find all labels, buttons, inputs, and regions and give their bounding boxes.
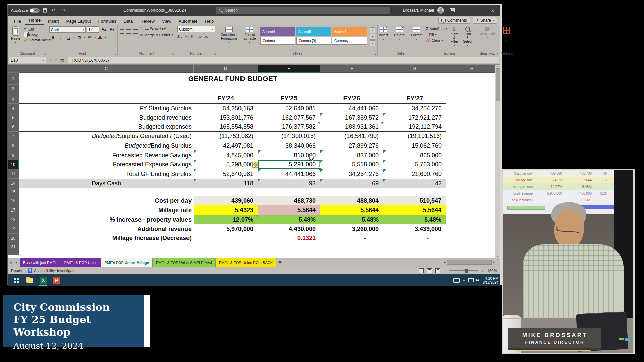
clipboard-dialog-launcher[interactable]: ↘	[44, 52, 46, 55]
row-header-3[interactable]: 3	[8, 93, 19, 104]
cell-H6[interactable]	[446, 122, 497, 132]
align-top-icon[interactable]	[120, 27, 124, 30]
align-right-icon[interactable]	[133, 33, 138, 36]
enter-icon[interactable]: ✓	[54, 58, 58, 63]
font-color-button[interactable]: A	[97, 34, 104, 41]
cell-F18[interactable]: 5.48%	[320, 215, 383, 224]
styles-dialog-launcher[interactable]: ↘	[374, 52, 377, 55]
cell-C3[interactable]	[19, 93, 194, 104]
cell-E16[interactable]: 468,730	[258, 196, 320, 205]
sheet-tab-pmf-s-fop-union-simple-maj[interactable]: PMF's & FOP Union SIMPLE MAJ	[153, 258, 216, 267]
user-name[interactable]: Brossart, Michael	[403, 8, 434, 13]
cell-G17[interactable]: 5.5644	[383, 205, 446, 215]
zoom-in-icon[interactable]: +	[482, 269, 484, 273]
style-chip-accent4[interactable]: Accent4	[260, 27, 295, 36]
page-layout-view-icon[interactable]	[427, 268, 432, 273]
zoom-out-icon[interactable]: −	[444, 269, 446, 273]
cell-F7[interactable]: (16,541,790)	[320, 132, 383, 141]
cell-H10[interactable]	[446, 160, 497, 169]
menu-tab-insert[interactable]: Insert	[44, 18, 63, 25]
fill-handle[interactable]	[319, 167, 321, 170]
sheet-nav-right-icon[interactable]: ▸	[14, 258, 20, 267]
row-header-2[interactable]: 2	[8, 85, 19, 93]
column-header-D[interactable]: D	[194, 65, 258, 73]
page-break-view-icon[interactable]	[435, 268, 440, 273]
menu-tab-formulas[interactable]: Formulas	[95, 18, 120, 25]
row-header-5[interactable]: 5	[8, 113, 19, 122]
start-button[interactable]	[10, 274, 23, 286]
autosave-pill[interactable]: On	[30, 8, 40, 13]
cell-E17[interactable]: 5.5644	[258, 205, 320, 215]
hscroll-left-icon[interactable]: ◂	[444, 261, 446, 264]
sheet-tab-base-with-just-pmf-s[interactable]: Base with just PMF's	[20, 258, 61, 267]
cell-E20[interactable]: 0.1321	[258, 234, 320, 243]
touch-keyboard-icon[interactable]	[453, 278, 460, 283]
decrease-font-icon[interactable]: A▾	[108, 26, 115, 33]
cell-H11[interactable]	[446, 169, 497, 179]
column-header-C[interactable]: C	[19, 65, 194, 73]
horizontal-scroll-thumb[interactable]	[447, 260, 492, 265]
cell-C6[interactable]: Budgeted expenses	[19, 122, 194, 132]
close-button[interactable]: ×	[488, 5, 498, 16]
row-header-15[interactable]: 15	[8, 188, 19, 196]
cell-H8[interactable]	[446, 141, 497, 150]
underline-button[interactable]: U	[65, 34, 72, 41]
cell-G8[interactable]: 15,062,760	[383, 141, 446, 150]
cell-D8[interactable]: 42,497,081	[194, 141, 258, 150]
style-chip-accent6[interactable]: Accent6	[332, 27, 367, 36]
file-explorer-button[interactable]	[23, 274, 37, 286]
search-input[interactable]: Search	[216, 7, 390, 14]
cell-D10[interactable]: 5,298,000	[194, 160, 258, 169]
row-header-6[interactable]: 6	[8, 122, 19, 132]
cell-E14[interactable]: 93	[258, 179, 320, 188]
cell-D3[interactable]: FY'24	[194, 93, 258, 104]
cell-F9[interactable]: 837,000	[320, 150, 383, 160]
cell-G4[interactable]: 34,254,276	[383, 104, 446, 113]
menu-tab-page-layout[interactable]: Page Layout	[63, 18, 95, 25]
cell-H4[interactable]	[446, 104, 497, 113]
number-format-select[interactable]: Custom▾	[177, 26, 215, 32]
cell-D19[interactable]: 5,970,000	[194, 224, 258, 234]
column-header-G[interactable]: G	[383, 65, 446, 73]
new-sheet-button[interactable]: ⊕	[276, 258, 284, 267]
speaker-icon[interactable]	[477, 279, 479, 282]
row-header-8[interactable]: 8	[8, 141, 19, 150]
sheet-tab-pmf-s-fop-union[interactable]: PMF's & FOP Union	[61, 258, 101, 267]
sheet-tab-pmf-s-fop-union-rollback[interactable]: PMF's & FOP Union ROLLBACK	[216, 258, 276, 267]
cell-F6[interactable]: 183,931,361	[320, 122, 383, 132]
autosave-toggle[interactable]: AutoSave On	[11, 8, 40, 13]
undo-button[interactable]: ↶ ▾	[51, 8, 58, 13]
cell-C20[interactable]: Millage Increase (Decrease)	[19, 234, 194, 243]
cell-H16[interactable]	[446, 196, 497, 205]
cell-H9[interactable]	[446, 150, 497, 160]
cell-H3[interactable]	[446, 93, 497, 104]
comma-style-icon[interactable]: 9	[191, 34, 194, 39]
increase-decimal-icon[interactable]: ←.0	[196, 35, 202, 38]
cell-C18[interactable]: % increase - property values	[19, 215, 194, 224]
style-chip-comma-0-[interactable]: Comma [0]	[296, 37, 331, 45]
row-header-14[interactable]: 14	[8, 179, 19, 188]
cell-D7[interactable]: (11,753,082)	[194, 132, 258, 141]
cell-C5[interactable]: Budgeted revenues	[19, 113, 194, 122]
zoom-slider-thumb[interactable]	[465, 269, 468, 273]
cell-F8[interactable]: 27,899,276	[320, 141, 383, 150]
minimize-button[interactable]: —	[461, 5, 471, 16]
row-header-20[interactable]: 20	[8, 234, 19, 243]
style-chip-accent5[interactable]: Accent5	[296, 27, 331, 36]
cell-D5[interactable]: 153,801,776	[194, 113, 258, 122]
excel-taskbar-button[interactable]: X	[37, 274, 50, 286]
font-size-select[interactable]: 12▾	[87, 26, 99, 33]
clock[interactable]: 4:20 PM 8/12/2024	[483, 276, 498, 284]
decrease-decimal-icon[interactable]: .00→	[204, 35, 212, 38]
cell-H18[interactable]	[446, 215, 497, 224]
share-button[interactable]: ↗Share▾	[473, 17, 497, 24]
cell-F5[interactable]: 167,389,572	[320, 113, 383, 122]
name-box[interactable]: E10▾	[9, 57, 46, 63]
menu-tab-file[interactable]: File	[10, 18, 25, 25]
cell-D11[interactable]: 52,640,081	[194, 169, 258, 179]
menu-tab-data[interactable]: Data	[120, 18, 137, 25]
number-dialog-launcher[interactable]: ↘	[214, 52, 216, 55]
cell-F16[interactable]: 488,804	[320, 196, 383, 205]
select-all-corner[interactable]	[8, 65, 19, 73]
merge-center-button[interactable]: ⊞Merge & Center▾	[140, 33, 173, 37]
